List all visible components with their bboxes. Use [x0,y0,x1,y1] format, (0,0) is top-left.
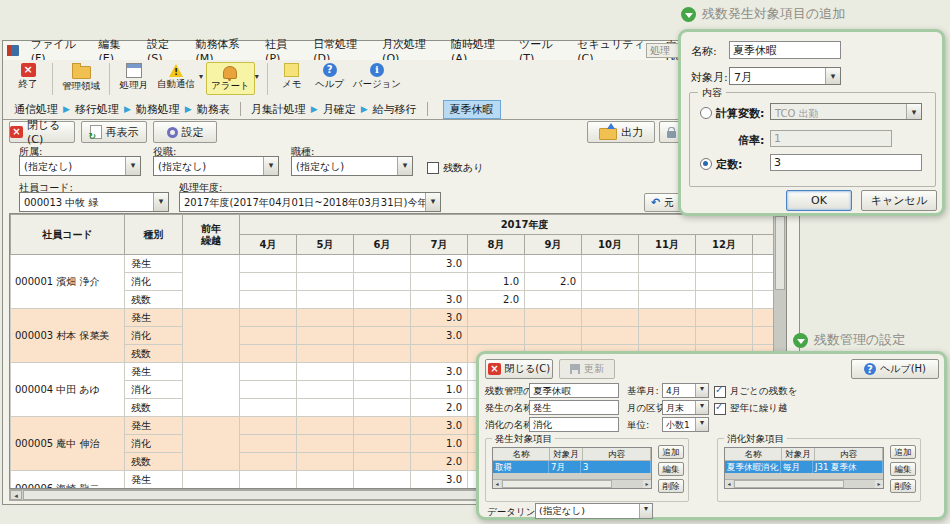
app-icon [7,45,19,56]
mini-table-hscrollbar[interactable]: ◂▸ [493,479,651,488]
toolbar-button-folder[interactable]: 管理領域 [58,62,104,94]
consume-add-button[interactable]: 追加 [890,445,916,459]
ok-button[interactable]: OK [786,190,852,211]
affiliation-select[interactable]: (指定なし) [19,156,141,176]
mini-table-selected-row[interactable]: 夏季休暇消化毎月J31 夏季休 [725,461,883,473]
toolbar-button-label: メモ [282,78,301,91]
green-down-circle-icon [681,7,696,22]
jobtype-select[interactable]: (指定なし) [291,156,413,176]
consume-name-input[interactable]: 消化 [529,417,619,432]
name-label: 名称: [691,44,717,59]
flow-tab[interactable]: 勤務表 [197,102,230,117]
toolbar-button-help-circle[interactable]: ヘルプ [311,62,349,92]
base-month-select[interactable]: 4月 [662,383,709,398]
consume-delete-button[interactable]: 削除 [890,479,916,493]
monthly-remaining-checkbox[interactable]: 月ごとの残数を [714,385,797,398]
undo-button[interactable]: ↶ 元 [644,193,681,212]
employee-select[interactable]: 000013 中牧 緑 [19,192,169,212]
value-cell [297,309,354,327]
toolbar-button-info-circle[interactable]: バージョン [349,62,405,92]
value-cell [354,291,411,309]
value-cell [354,327,411,345]
table-row[interactable]: 消化1.02.0 [11,273,788,291]
ok-button-label: OK [811,194,827,207]
toolbar-button-exit[interactable]: 終了 [9,62,47,92]
help-button[interactable]: ヘルプ(H) [851,359,939,379]
toolbar-button-bell[interactable]: アラート [206,62,255,95]
type-cell: 残数 [125,345,183,363]
vscroll-thumb[interactable] [775,216,785,290]
mini-hscroll-thumb[interactable] [502,480,612,488]
fiscal-year-select[interactable]: 2017年度(2017年04月01日~2018年03月31日)今年度 [179,192,441,212]
value-cell [297,345,354,363]
table-row[interactable]: 消化3.0 [11,327,788,345]
carryover-checkbox[interactable]: 翌年に繰り越 [714,402,787,415]
lock-icon [667,131,676,138]
value-cell: 2.0 [525,273,582,291]
type-cell: 発生 [125,255,183,273]
remaining-checkbox[interactable]: 残数あり [427,161,483,175]
month-split-select[interactable]: 月末 [662,400,709,415]
scroll-left-arrow-icon[interactable]: ◂ [725,480,733,488]
close-button[interactable]: 閉じる(C) [9,121,75,143]
toolbar-button-warning[interactable]: 自動通信 [153,62,199,92]
name-input[interactable]: 夏季休暇 [729,41,841,59]
consume-edit-button[interactable]: 編集 [890,462,916,476]
toolbar-button-label: 自動通信 [157,78,195,91]
consume-items-group-label: 消化対象項目 [724,433,787,446]
scroll-left-arrow-icon[interactable]: ◂ [493,480,501,488]
output-button[interactable]: 出力 [587,121,655,143]
table-row[interactable]: 残数3.02.0 [11,291,788,309]
occur-add-button[interactable]: 追加 [658,445,684,459]
scroll-right-arrow-icon[interactable]: ▸ [875,480,883,488]
flow-tab[interactable]: 給与移行 [373,102,417,117]
hscroll-thumb[interactable] [23,490,478,500]
value-cell [354,363,411,381]
mini-table-selected-row[interactable]: 取得7月3 [493,461,651,473]
mgmt-name-input[interactable]: 夏季休暇 [529,383,619,398]
settings-button-label: 設定 [182,125,204,140]
table-row[interactable]: 000001 濱畑 浄介発生3.0 [11,255,788,273]
update-button[interactable]: 更新 [559,359,615,379]
flow-tab[interactable]: 月確定 [323,102,356,117]
value-cell [639,309,696,327]
mini-hscroll-thumb[interactable] [734,480,844,488]
refresh-button[interactable]: 再表示 [81,121,147,143]
settings-button[interactable]: 設定 [153,121,217,143]
flow-tab[interactable]: 移行処理 [75,102,119,117]
dropdown-arrow-icon[interactable]: ▾ [199,72,203,81]
value-cell [696,291,753,309]
type-cell: 消化 [125,381,183,399]
constant-radio[interactable] [700,158,712,170]
calc-var-label: 計算変数: [716,106,764,121]
value-cell [468,255,525,273]
scroll-left-arrow-icon[interactable]: ◂ [10,490,22,500]
toolbar-button-label: 処理月 [120,79,149,92]
mini-table-hscrollbar[interactable]: ◂▸ [725,479,883,488]
target-month-select[interactable]: 7月 [729,67,841,85]
employee-code-cell: 000001 濱畑 浄介 [11,255,125,309]
table-row[interactable]: 000003 村本 保菜美発生3.0 [11,309,788,327]
type-cell: 残数 [125,399,183,417]
value-cell [696,255,753,273]
value-cell [411,273,468,291]
unit-select[interactable]: 小数1 [662,417,709,432]
flow-tab[interactable]: 月集計処理 [251,102,306,117]
dropdown-arrow-icon[interactable]: ▾ [255,72,259,81]
value-cell [354,309,411,327]
dialog-close-button[interactable]: 閉じる(C) [485,359,553,379]
toolbar-button-memo[interactable]: メモ [273,62,311,92]
occur-name-input[interactable]: 発生 [529,400,619,415]
toolbar-button-calendar[interactable]: 処理月 [115,62,153,93]
occur-delete-button[interactable]: 削除 [658,479,684,493]
occur-edit-button[interactable]: 編集 [658,462,684,476]
cancel-button[interactable]: キャンセル [861,190,937,211]
position-select[interactable]: (指定なし) [153,156,279,176]
calc-var-radio[interactable] [700,107,712,119]
datalink-select[interactable]: (指定なし) [535,503,653,519]
flow-tab-active[interactable]: 夏季休暇 [443,100,501,119]
flow-tab[interactable]: 通信処理 [14,102,58,117]
scroll-right-arrow-icon[interactable]: ▸ [643,480,651,488]
flow-tab[interactable]: 勤務処理 [136,102,180,117]
constant-input[interactable]: 3 [770,154,922,171]
